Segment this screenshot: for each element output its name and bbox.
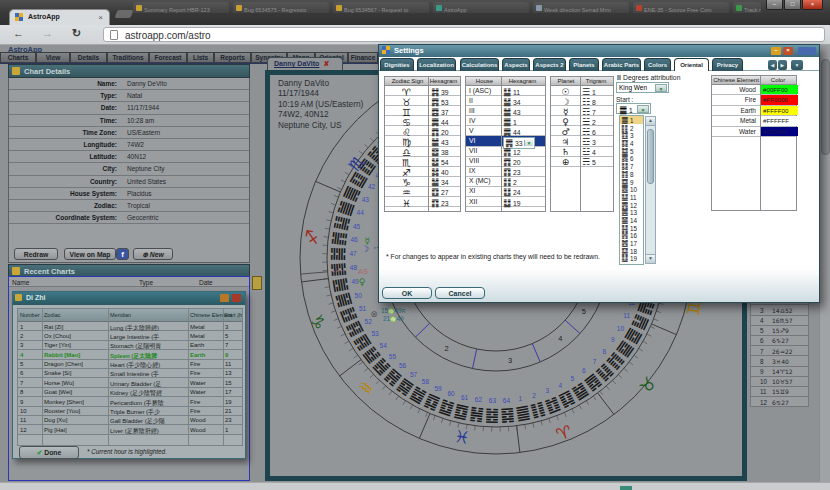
svg-text:47: 47 [349, 250, 357, 257]
svg-text:䷯: ䷯ [329, 262, 349, 278]
svg-text:⊗: ⊗ [370, 309, 378, 319]
svg-text:3: 3 [508, 356, 512, 365]
svg-text:䷮: ䷮ [329, 247, 348, 262]
svg-text:58: 58 [422, 378, 430, 385]
svg-text:6: 6 [582, 367, 586, 374]
svg-text:9: 9 [611, 336, 615, 343]
svg-text:61: 61 [461, 394, 469, 401]
svg-text:8: 8 [602, 348, 606, 355]
svg-text:5: 5 [582, 307, 586, 316]
svg-text:11: 11 [623, 312, 630, 319]
svg-text:54: 54 [380, 342, 388, 349]
svg-text:䷾: ䷾ [485, 405, 500, 424]
svg-text:48: 48 [350, 264, 358, 271]
svg-text:56: 56 [399, 362, 407, 369]
svg-text:43: 43 [362, 196, 370, 203]
svg-text:46: 46 [350, 236, 358, 243]
svg-text:2: 2 [532, 392, 536, 399]
svg-text:2: 2 [444, 344, 448, 353]
svg-text:䷿: ䷿ [500, 405, 516, 425]
svg-text:15♍49R: 15♍49R [381, 307, 406, 315]
svg-text:♓: ♓ [453, 426, 471, 448]
svg-text:53: 53 [371, 330, 379, 337]
svg-text:AS: AS [358, 267, 368, 276]
svg-text:50: 50 [355, 292, 363, 299]
svg-text:45: 45 [353, 223, 361, 230]
svg-text:1: 1 [519, 395, 523, 402]
svg-text:57: 57 [410, 371, 418, 378]
svg-text:♉: ♉ [635, 373, 660, 397]
svg-text:59: 59 [434, 385, 442, 392]
svg-text:10: 10 [617, 325, 625, 332]
svg-text:64: 64 [503, 397, 511, 404]
svg-text:4: 4 [558, 334, 562, 343]
svg-text:62: 62 [475, 396, 483, 403]
svg-text:44: 44 [357, 209, 365, 216]
svg-text:7: 7 [593, 358, 597, 365]
svg-text:52: 52 [365, 318, 373, 325]
svg-text:4: 4 [558, 382, 562, 389]
svg-text:♀: ♀ [359, 277, 366, 287]
svg-text:♑: ♑ [306, 311, 330, 332]
svg-text:♈: ♈ [553, 421, 574, 445]
svg-text:55: 55 [389, 353, 397, 360]
svg-text:䷭: ䷭ [330, 230, 351, 247]
svg-text:☽: ☽ [361, 244, 369, 254]
svg-text:51: 51 [359, 305, 367, 312]
svg-text:42: 42 [368, 183, 376, 190]
svg-text:60: 60 [447, 390, 455, 397]
svg-text:21♍49: 21♍49 [383, 315, 404, 323]
svg-text:3: 3 [546, 387, 550, 394]
svg-text:63: 63 [489, 397, 497, 404]
svg-text:♐: ♐ [301, 228, 323, 246]
svg-text:5: 5 [571, 375, 575, 382]
svg-text:䷽: ䷽ [468, 403, 485, 424]
